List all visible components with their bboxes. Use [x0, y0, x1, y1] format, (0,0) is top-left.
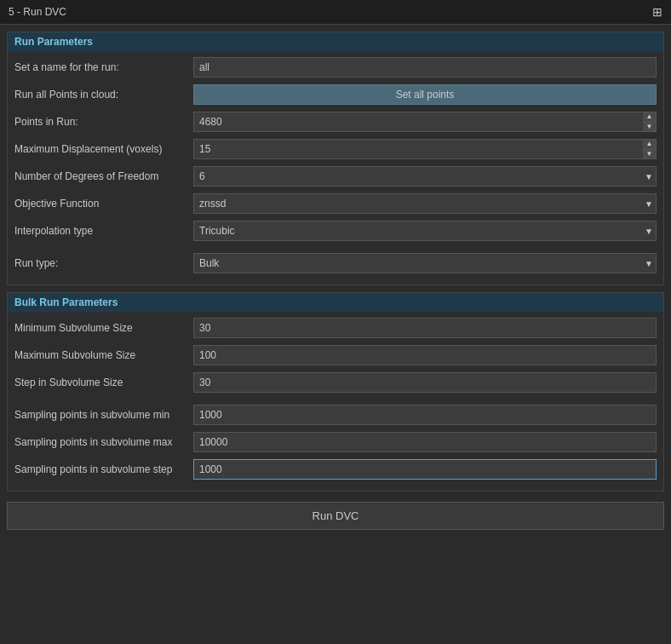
max-displacement-up[interactable]: ▲: [643, 140, 656, 150]
run-parameters-header: Run Parameters: [8, 32, 663, 51]
degrees-of-freedom-row: Number of Degrees of Freedom 6 3 ▼: [14, 165, 657, 187]
points-in-run-spinner-buttons: ▲ ▼: [643, 112, 657, 132]
max-displacement-spinner-buttons: ▲ ▼: [643, 139, 657, 159]
run-dvc-button[interactable]: Run DVC: [7, 502, 664, 530]
objective-function-label: Objective Function: [14, 198, 193, 210]
sampling-min-input[interactable]: [193, 405, 657, 425]
max-displacement-spinner: ▲ ▼: [193, 139, 657, 159]
max-subvolume-label: Maximum Subvolume Size: [14, 349, 193, 361]
sampling-max-input[interactable]: [193, 432, 657, 452]
points-in-run-row: Points in Run: ▲ ▼: [14, 111, 657, 133]
run-name-input[interactable]: [193, 57, 657, 78]
run-type-label: Run type:: [14, 257, 193, 269]
max-displacement-label: Maximum Displacement (voxels): [14, 143, 193, 155]
title-bar-text: 5 - Run DVC: [9, 6, 66, 18]
min-subvolume-label: Minimum Subvolume Size: [14, 322, 193, 334]
interpolation-type-select-wrapper: Tricubic Trilinear ▼: [193, 221, 657, 241]
objective-function-row: Objective Function znssd nssd ssd ▼: [14, 193, 657, 215]
points-in-run-label: Points in Run:: [14, 116, 193, 128]
objective-function-select-wrapper: znssd nssd ssd ▼: [193, 193, 657, 214]
max-displacement-input[interactable]: [193, 139, 643, 159]
run-dvc-button-container: Run DVC: [7, 498, 664, 530]
max-displacement-down[interactable]: ▼: [643, 150, 656, 159]
max-displacement-row: Maximum Displacement (voxels) ▲ ▼: [14, 138, 657, 160]
sampling-max-row: Sampling points in subvolume max: [14, 431, 657, 453]
sampling-min-label: Sampling points in subvolume min: [14, 409, 193, 421]
max-subvolume-input[interactable]: [193, 345, 657, 365]
points-in-run-down[interactable]: ▼: [643, 123, 656, 132]
run-name-label: Set a name for the run:: [14, 61, 193, 73]
interpolation-type-label: Interpolation type: [14, 225, 193, 237]
degrees-of-freedom-label: Number of Degrees of Freedom: [14, 170, 193, 182]
run-parameters-content: Set a name for the run: Run all Points i…: [8, 51, 663, 285]
max-subvolume-row: Maximum Subvolume Size: [14, 344, 657, 366]
run-type-row: Run type: Bulk Single ▼: [14, 252, 657, 274]
min-subvolume-row: Minimum Subvolume Size: [14, 317, 657, 339]
title-bar: 5 - Run DVC ⊞: [0, 0, 671, 25]
sampling-step-input[interactable]: [193, 459, 657, 480]
objective-function-select[interactable]: znssd nssd ssd: [193, 193, 657, 214]
points-in-run-spinner: ▲ ▼: [193, 112, 657, 132]
main-container: Run Parameters Set a name for the run: R…: [0, 25, 671, 644]
run-type-select[interactable]: Bulk Single: [193, 253, 657, 273]
points-in-run-up[interactable]: ▲: [643, 112, 656, 123]
set-all-points-button[interactable]: Set all points: [193, 84, 657, 105]
interpolation-type-row: Interpolation type Tricubic Trilinear ▼: [14, 220, 657, 242]
min-subvolume-input[interactable]: [193, 318, 657, 338]
degrees-of-freedom-select-wrapper: 6 3 ▼: [193, 166, 657, 187]
bulk-run-parameters-section: Bulk Run Parameters Minimum Subvolume Si…: [7, 292, 664, 492]
interpolation-type-select[interactable]: Tricubic Trilinear: [193, 221, 657, 241]
run-type-select-wrapper: Bulk Single ▼: [193, 253, 657, 273]
step-subvolume-row: Step in Subvolume Size: [14, 371, 657, 394]
sampling-step-label: Sampling points in subvolume step: [14, 463, 193, 475]
bulk-run-parameters-header: Bulk Run Parameters: [8, 293, 663, 312]
run-name-row: Set a name for the run:: [14, 56, 657, 78]
window-icon[interactable]: ⊞: [652, 5, 662, 19]
bulk-run-parameters-content: Minimum Subvolume Size Maximum Subvolume…: [8, 312, 663, 491]
run-all-points-label: Run all Points in cloud:: [14, 89, 193, 101]
points-in-run-input[interactable]: [193, 112, 643, 132]
sampling-min-row: Sampling points in subvolume min: [14, 404, 657, 426]
run-parameters-section: Run Parameters Set a name for the run: R…: [7, 32, 664, 285]
run-all-points-row: Run all Points in cloud: Set all points: [14, 83, 657, 106]
sampling-max-label: Sampling points in subvolume max: [14, 436, 193, 448]
step-subvolume-input[interactable]: [193, 372, 657, 393]
degrees-of-freedom-select[interactable]: 6 3: [193, 166, 657, 187]
sampling-step-row: Sampling points in subvolume step: [14, 458, 657, 480]
step-subvolume-label: Step in Subvolume Size: [14, 377, 193, 388]
